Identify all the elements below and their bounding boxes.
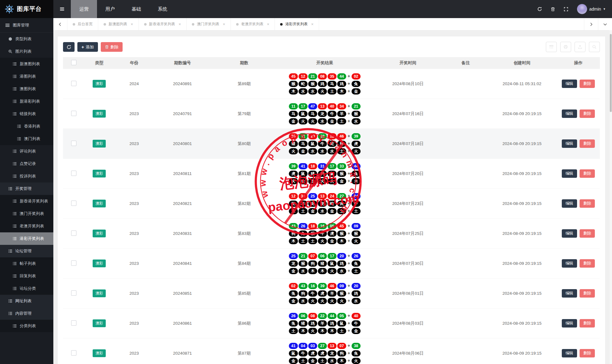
tab-close-icon[interactable]: × <box>131 22 133 27</box>
sidebar-item-网址列表[interactable]: 网址列表 <box>0 295 53 307</box>
tabs-scroll-right-button[interactable] <box>584 18 598 30</box>
sidebar-collapse-button[interactable] <box>53 0 71 18</box>
page-scrollbar[interactable] <box>609 30 612 364</box>
export-button[interactable] <box>575 42 585 52</box>
refresh-icon[interactable] <box>537 7 542 12</box>
edit-button[interactable]: 编辑 <box>562 139 577 148</box>
tab[interactable]: 港彩开奖列表× <box>275 18 319 30</box>
row-checkbox[interactable] <box>71 260 76 266</box>
tab-close-icon[interactable]: × <box>267 22 270 27</box>
search-button[interactable] <box>589 42 600 52</box>
row-checkbox[interactable] <box>71 201 76 206</box>
sidebar-item-类型列表[interactable]: 类型列表 <box>0 33 53 45</box>
edit-button[interactable]: 编辑 <box>562 109 577 118</box>
sidebar-item-澳门列表[interactable]: 澳门列表 <box>0 133 53 145</box>
avatar[interactable] <box>577 4 587 14</box>
type-badge: 澳彩 <box>93 80 106 88</box>
delete-button[interactable]: 删除 <box>580 319 595 328</box>
select-all-checkbox[interactable] <box>71 60 76 65</box>
sidebar-item-香港列表[interactable]: 香港列表 <box>0 120 53 133</box>
note-cell <box>444 143 487 144</box>
row-checkbox[interactable] <box>71 171 76 176</box>
tab-close-icon[interactable]: × <box>223 22 225 27</box>
sidebar-item-图片列表[interactable]: 图片列表 <box>0 45 53 58</box>
delete-button[interactable]: 删除 <box>580 80 595 88</box>
row-checkbox[interactable] <box>71 81 76 86</box>
type-cell: 澳彩 <box>85 289 114 298</box>
delete-button[interactable]: 删除 <box>580 289 595 298</box>
edit-button[interactable]: 编辑 <box>562 349 577 357</box>
tab-close-icon[interactable]: × <box>311 22 313 27</box>
sidebar-item-港彩开奖列表[interactable]: 港彩开奖列表 <box>0 232 53 245</box>
tab[interactable]: 新澳图列表× <box>98 18 139 30</box>
row-checkbox[interactable] <box>71 350 76 356</box>
nav-menu-item[interactable]: 基础 <box>123 0 149 18</box>
nav-menu-item[interactable]: 运营 <box>71 0 97 18</box>
sidebar-item-新澳图列表[interactable]: 新澳图列表 <box>0 58 53 70</box>
plus-sign: + <box>347 230 350 236</box>
sidebar-item-内容管理[interactable]: 内容管理 <box>0 307 53 320</box>
tabs-scroll-left-button[interactable] <box>53 18 67 30</box>
scrollbar-thumb[interactable] <box>610 34 612 112</box>
edit-button[interactable]: 编辑 <box>562 319 577 328</box>
lottery-ball: 火 <box>308 118 317 124</box>
sidebar-item-老澳开奖列表[interactable]: 老澳开奖列表 <box>0 220 53 232</box>
sidebar-item-分类列表[interactable]: 分类列表 <box>0 320 53 332</box>
edit-button[interactable]: 编辑 <box>562 80 577 88</box>
edit-button[interactable]: 编辑 <box>562 199 577 208</box>
list-icon <box>12 99 17 104</box>
delete-button[interactable]: 删除 <box>580 109 595 118</box>
lottery-ball: 蛇 <box>328 141 337 147</box>
tab[interactable]: 澳门开奖列表× <box>187 18 231 30</box>
row-checkbox[interactable] <box>71 290 76 296</box>
edit-button[interactable]: 编辑 <box>562 229 577 238</box>
sidebar-item-港图列表[interactable]: 港图列表 <box>0 70 53 83</box>
sidebar-item-论坛分类[interactable]: 论坛分类 <box>0 282 53 295</box>
sidebar-item-澳图列表[interactable]: 澳图列表 <box>0 83 53 95</box>
row-checkbox[interactable] <box>71 141 76 146</box>
batch-delete-button[interactable]: 删除 <box>101 42 123 52</box>
tabs-menu-button[interactable] <box>598 18 612 30</box>
row-checkbox[interactable] <box>71 231 76 236</box>
tab[interactable]: 后台首页 <box>67 18 98 30</box>
fullscreen-icon[interactable] <box>564 7 568 12</box>
sidebar-item-图库管理[interactable]: 图库管理 <box>0 18 53 33</box>
sidebar-item-新港彩列表[interactable]: 新港彩列表 <box>0 95 53 108</box>
delete-button[interactable]: 删除 <box>580 139 595 148</box>
trash-icon[interactable] <box>551 7 555 12</box>
list-icon <box>17 137 21 141</box>
user-menu[interactable]: admin ▼ <box>577 4 606 14</box>
row-checkbox[interactable] <box>71 111 76 116</box>
sidebar-item-开奖管理[interactable]: 开奖管理 <box>0 182 53 195</box>
row-checkbox[interactable] <box>71 320 76 326</box>
lottery-ball: 鸡 <box>318 81 327 87</box>
plus-sign: + <box>347 200 350 206</box>
edit-button[interactable]: 编辑 <box>562 259 577 268</box>
sidebar-item-回复列表[interactable]: 回复列表 <box>0 270 53 282</box>
delete-button[interactable]: 删除 <box>580 229 595 238</box>
edit-button[interactable]: 编辑 <box>562 169 577 178</box>
nav-menu-item[interactable]: 用户 <box>97 0 123 18</box>
columns-button[interactable] <box>546 42 557 52</box>
refresh-table-button[interactable] <box>63 42 75 52</box>
delete-button[interactable]: 删除 <box>580 349 595 357</box>
add-button[interactable]: + 添加 <box>77 42 98 52</box>
delete-button[interactable]: 删除 <box>580 169 595 178</box>
sidebar-item-点赞记录[interactable]: 点赞记录 <box>0 158 53 170</box>
tab[interactable]: 老澳开奖列表× <box>231 18 275 30</box>
tab[interactable]: 新香港开奖列表× <box>139 18 187 30</box>
delete-button[interactable]: 删除 <box>580 259 595 268</box>
sidebar-item-投诉列表[interactable]: 投诉列表 <box>0 170 53 182</box>
sidebar-item-论坛管理[interactable]: 论坛管理 <box>0 245 53 257</box>
sidebar-item-链接列表[interactable]: 链接列表 <box>0 108 53 120</box>
lottery-ball: 金 <box>328 208 337 214</box>
print-button[interactable] <box>560 42 571 52</box>
sidebar-item-新香港开奖列表[interactable]: 新香港开奖列表 <box>0 195 53 207</box>
sidebar-item-澳门开奖列表[interactable]: 澳门开奖列表 <box>0 207 53 220</box>
delete-button[interactable]: 删除 <box>580 199 595 208</box>
sidebar-item-评论列表[interactable]: 评论列表 <box>0 145 53 158</box>
nav-menu-item[interactable]: 系统 <box>149 0 176 18</box>
tab-close-icon[interactable]: × <box>179 22 181 27</box>
sidebar-item-帖子列表[interactable]: 帖子列表 <box>0 257 53 270</box>
edit-button[interactable]: 编辑 <box>562 289 577 298</box>
